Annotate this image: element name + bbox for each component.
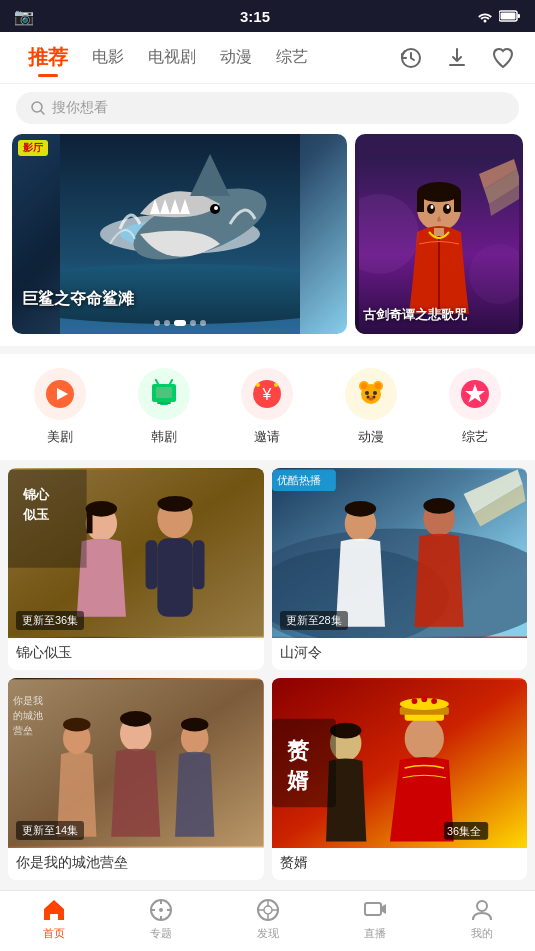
card-jinxin-update: 更新至36集 [16, 611, 84, 630]
svg-point-37 [274, 383, 278, 387]
star-icon [459, 378, 491, 410]
svg-point-20 [431, 205, 434, 209]
svg-text:你是我: 你是我 [13, 695, 43, 706]
svg-rect-16 [417, 192, 424, 212]
svg-text:婿: 婿 [285, 768, 309, 793]
category-hanju[interactable]: 韩剧 [134, 368, 194, 446]
card-city-title: 你是我的城池营垒 [16, 854, 256, 872]
history-icon [399, 46, 423, 70]
home-icon [41, 897, 67, 923]
svg-point-36 [256, 383, 260, 387]
nav-tabs: 推荐 电影 电视剧 动漫 综艺 [16, 36, 395, 79]
card-jinxin-info: 锦心似玉 [8, 638, 264, 670]
svg-point-100 [159, 908, 163, 912]
svg-point-78 [120, 711, 151, 727]
favorites-button[interactable] [487, 42, 519, 74]
svg-line-33 [170, 380, 172, 384]
card-city-info: 你是我的城池营垒 [8, 848, 264, 880]
tab-movie[interactable]: 电影 [80, 39, 136, 76]
meiju-icon-bg [34, 368, 86, 420]
bottom-nav-live[interactable]: 直播 [345, 897, 405, 941]
category-meiju[interactable]: 美剧 [30, 368, 90, 446]
bottom-nav-home[interactable]: 首页 [24, 897, 84, 941]
svg-point-48 [369, 398, 374, 401]
discover-icon [255, 897, 281, 923]
svg-rect-17 [454, 192, 461, 212]
card-shanhe-update: 更新至28集 [280, 611, 348, 630]
card-zhuixu[interactable]: 赘 婿 36集全 36集全 赘婿 [272, 678, 528, 880]
category-invite[interactable]: ¥ 邀请 [237, 368, 297, 446]
svg-text:赘: 赘 [286, 738, 309, 763]
card-city-update: 更新至14集 [16, 821, 84, 840]
svg-rect-55 [146, 540, 158, 589]
tab-recommend[interactable]: 推荐 [16, 36, 80, 79]
svg-point-19 [443, 204, 451, 214]
card-city[interactable]: 你是我 的城池 营垒 更新至14集 你是我的城池营垒 [8, 678, 264, 880]
svg-point-58 [157, 496, 192, 512]
card-zhuixu-info: 赘婿 [272, 848, 528, 880]
svg-point-113 [477, 901, 487, 911]
tab-tv[interactable]: 电视剧 [136, 39, 208, 76]
banner-main[interactable]: 影厅 巨鲨之夺命鲨滩 [12, 134, 347, 334]
live-icon [362, 897, 388, 923]
svg-point-91 [431, 698, 437, 704]
svg-point-68 [344, 501, 375, 517]
banner-side[interactable]: 古剑奇谭之悲歌咒 [355, 134, 523, 334]
card-shanhe[interactable]: 优酷热播 更新至28集 山河令 [272, 468, 528, 670]
svg-point-90 [421, 696, 427, 702]
svg-rect-1 [518, 14, 521, 18]
header-actions [395, 42, 519, 74]
special-label: 专题 [150, 926, 172, 941]
svg-text:似玉: 似玉 [22, 507, 50, 522]
gift-icon: ¥ [251, 378, 283, 410]
hanju-icon-bg [138, 368, 190, 420]
header: 推荐 电影 电视剧 动漫 综艺 [0, 32, 535, 84]
download-icon [445, 46, 469, 70]
tv-icon [148, 378, 180, 410]
svg-point-44 [373, 391, 377, 395]
svg-point-21 [447, 205, 450, 209]
dot-3 [174, 320, 186, 326]
svg-text:¥: ¥ [262, 386, 272, 403]
dot-4 [190, 320, 196, 326]
banner-section: 影厅 巨鲨之夺命鲨滩 [0, 134, 535, 346]
home-label: 首页 [43, 926, 65, 941]
status-bar: 📷 3:15 [0, 0, 535, 32]
svg-rect-54 [157, 538, 192, 617]
card-zhuixu-title: 赘婿 [280, 854, 520, 872]
search-placeholder: 搜你想看 [52, 99, 108, 117]
svg-rect-31 [157, 402, 171, 404]
dongman-label: 动漫 [358, 428, 384, 446]
profile-label: 我的 [471, 926, 493, 941]
svg-point-85 [404, 717, 443, 760]
svg-point-47 [373, 396, 376, 399]
card-jinxin[interactable]: 锦心 似玉 更新至36集 锦心似玉 [8, 468, 264, 670]
category-zongyi[interactable]: 综艺 [445, 368, 505, 446]
bottom-nav-special[interactable]: 专题 [131, 897, 191, 941]
bottom-nav-profile[interactable]: 我的 [452, 897, 512, 941]
download-button[interactable] [441, 42, 473, 74]
history-button[interactable] [395, 42, 427, 74]
svg-text:优酷热播: 优酷热播 [276, 474, 320, 486]
banner-badge: 影厅 [18, 140, 48, 156]
svg-rect-60 [87, 509, 93, 534]
search-input-wrap[interactable]: 搜你想看 [16, 92, 519, 124]
bottom-nav-discover[interactable]: 发现 [238, 897, 298, 941]
bear-icon [355, 378, 387, 410]
dot-1 [154, 320, 160, 326]
tab-anime[interactable]: 动漫 [208, 39, 264, 76]
svg-rect-2 [501, 13, 516, 20]
card-shanhe-info: 山河令 [272, 638, 528, 670]
category-dongman[interactable]: 动漫 [341, 368, 401, 446]
card-shanhe-title: 山河令 [280, 644, 520, 662]
card-zhuixu-img: 赘 婿 36集全 36集全 [272, 678, 528, 848]
compass-icon [148, 897, 174, 923]
dot-2 [164, 320, 170, 326]
svg-line-5 [41, 111, 44, 114]
svg-rect-111 [365, 903, 381, 915]
card-jinxin-title: 锦心似玉 [16, 644, 256, 662]
svg-text:营垒: 营垒 [13, 725, 33, 736]
tab-variety[interactable]: 综艺 [264, 39, 320, 76]
zongyi-icon-bg [449, 368, 501, 420]
bottom-nav: 首页 专题 发现 直播 [0, 890, 535, 951]
